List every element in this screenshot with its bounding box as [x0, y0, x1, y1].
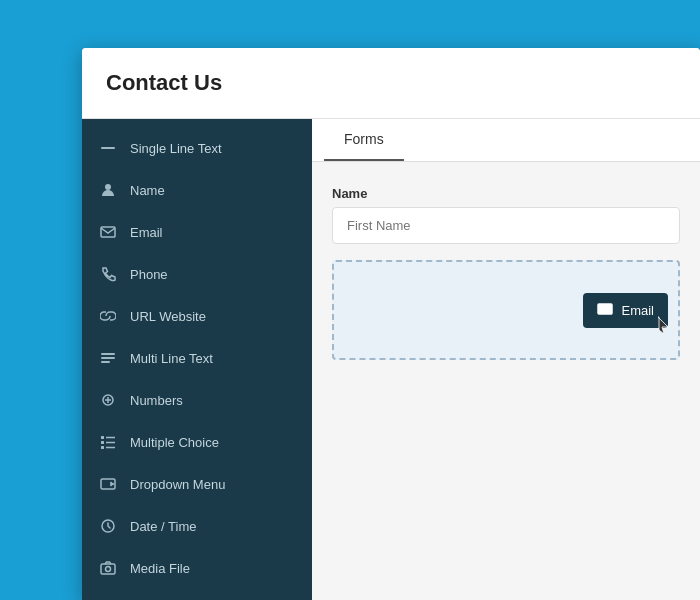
sidebar-item-numbers[interactable]: Numbers [82, 379, 312, 421]
svg-rect-17 [101, 564, 115, 574]
first-name-input[interactable] [332, 207, 680, 244]
sidebar-item-label: Numbers [130, 393, 183, 408]
sidebar-item-label: Date / Time [130, 519, 196, 534]
sidebar-item-label: Email [130, 225, 163, 240]
camera-icon [98, 558, 118, 578]
svg-rect-9 [101, 436, 104, 439]
sidebar-item-label: Single Line Text [130, 141, 222, 156]
tab-forms[interactable]: Forms [324, 119, 404, 161]
sidebar-item-dropdown-menu[interactable]: Dropdown Menu [82, 463, 312, 505]
main-panel: Forms Name Email [312, 119, 700, 600]
sidebar-item-label: Dropdown Menu [130, 477, 225, 492]
sidebar-item-label: Multiple Choice [130, 435, 219, 450]
email-icon [98, 222, 118, 242]
single-line-text-icon [98, 138, 118, 158]
multiple-choice-icon [98, 432, 118, 452]
svg-rect-2 [101, 227, 115, 237]
svg-rect-4 [101, 357, 115, 359]
email-badge-label: Email [621, 303, 654, 318]
tab-bar: Forms [312, 119, 700, 162]
sidebar-item-phone[interactable]: Phone [82, 253, 312, 295]
svg-rect-11 [101, 441, 104, 444]
dropdown-icon [98, 474, 118, 494]
form-area: Name Email [312, 162, 700, 384]
sidebar-item-single-line-text[interactable]: Single Line Text [82, 127, 312, 169]
name-field-group: Name [332, 186, 680, 244]
clock-icon [98, 516, 118, 536]
name-field-label: Name [332, 186, 680, 201]
person-icon [98, 180, 118, 200]
multi-line-icon [98, 348, 118, 368]
sidebar-item-label: Phone [130, 267, 168, 282]
svg-rect-0 [101, 147, 115, 149]
svg-rect-5 [101, 361, 110, 363]
numbers-icon [98, 390, 118, 410]
sidebar-item-label: URL Website [130, 309, 206, 324]
email-badge-icon [597, 301, 613, 320]
email-drop-zone[interactable]: Email [332, 260, 680, 360]
phone-icon [98, 264, 118, 284]
page-title: Contact Us [106, 70, 676, 96]
sidebar-item-email[interactable]: Email [82, 211, 312, 253]
sidebar-item-multi-line-text[interactable]: Multi Line Text [82, 337, 312, 379]
sidebar: Single Line Text Name Email Phone [82, 119, 312, 600]
svg-rect-13 [101, 446, 104, 449]
sidebar-item-date-time[interactable]: Date / Time [82, 505, 312, 547]
cursor-icon [654, 316, 670, 336]
sidebar-item-label: Multi Line Text [130, 351, 213, 366]
sidebar-item-label: Media File [130, 561, 190, 576]
svg-rect-3 [101, 353, 115, 355]
page-header: Contact Us [82, 48, 700, 119]
sidebar-item-name[interactable]: Name [82, 169, 312, 211]
app-window: Contact Us Single Line Text Name E [82, 48, 700, 600]
sidebar-item-url-website[interactable]: URL Website [82, 295, 312, 337]
link-icon [98, 306, 118, 326]
sidebar-item-label: Name [130, 183, 165, 198]
content-area: Single Line Text Name Email Phone [82, 119, 700, 600]
svg-point-18 [106, 567, 111, 572]
svg-point-1 [105, 184, 111, 190]
sidebar-item-multiple-choice[interactable]: Multiple Choice [82, 421, 312, 463]
sidebar-item-media-file[interactable]: Media File [82, 547, 312, 589]
